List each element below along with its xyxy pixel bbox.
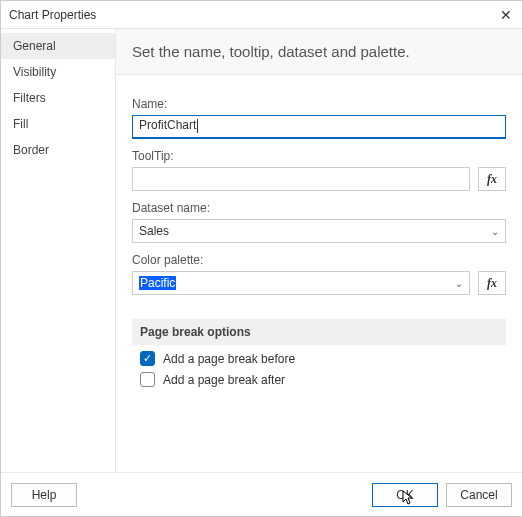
name-input[interactable]: ProfitChart <box>132 115 506 139</box>
dataset-select[interactable]: Sales ⌄ <box>132 219 506 243</box>
checkbox-before[interactable]: ✓ <box>140 351 155 366</box>
palette-expression-button[interactable]: fx <box>478 271 506 295</box>
dialog-title: Chart Properties <box>9 8 498 22</box>
palette-select-value: Pacific <box>139 276 176 290</box>
page-break-section-header: Page break options <box>132 319 506 345</box>
titlebar: Chart Properties ✕ <box>1 1 522 29</box>
tooltip-input[interactable] <box>132 167 470 191</box>
sidebar-item-filters[interactable]: Filters <box>1 85 115 111</box>
chevron-down-icon: ⌄ <box>455 278 463 289</box>
tooltip-label: ToolTip: <box>132 149 506 163</box>
sidebar-item-visibility[interactable]: Visibility <box>1 59 115 85</box>
palette-select[interactable]: Pacific ⌄ <box>132 271 470 295</box>
main-panel: Set the name, tooltip, dataset and palet… <box>116 29 522 472</box>
text-caret <box>197 119 198 133</box>
sidebar-item-fill[interactable]: Fill <box>1 111 115 137</box>
chevron-down-icon: ⌄ <box>491 226 499 237</box>
name-input-value: ProfitChart <box>139 118 196 132</box>
name-label: Name: <box>132 97 506 111</box>
dialog-body: General Visibility Filters Fill Border S… <box>1 29 522 472</box>
ok-button-label: OK <box>396 488 413 502</box>
checkbox-after-label: Add a page break after <box>163 373 285 387</box>
tooltip-expression-button[interactable]: fx <box>478 167 506 191</box>
help-button[interactable]: Help <box>11 483 77 507</box>
dataset-select-value: Sales <box>139 224 169 238</box>
check-page-break-before[interactable]: ✓ Add a page break before <box>132 345 506 366</box>
dataset-label: Dataset name: <box>132 201 506 215</box>
chart-properties-dialog: Chart Properties ✕ General Visibility Fi… <box>0 0 523 517</box>
dialog-footer: Help OK Cancel <box>1 472 522 516</box>
sidebar-item-border[interactable]: Border <box>1 137 115 163</box>
checkbox-after[interactable] <box>140 372 155 387</box>
form-area: Name: ProfitChart ToolTip: fx Dataset na… <box>116 75 522 399</box>
checkbox-before-label: Add a page break before <box>163 352 295 366</box>
check-page-break-after[interactable]: Add a page break after <box>132 366 506 387</box>
sidebar: General Visibility Filters Fill Border <box>1 29 116 472</box>
sidebar-item-general[interactable]: General <box>1 33 115 59</box>
palette-label: Color palette: <box>132 253 506 267</box>
cancel-button[interactable]: Cancel <box>446 483 512 507</box>
close-icon[interactable]: ✕ <box>498 7 514 23</box>
ok-button[interactable]: OK <box>372 483 438 507</box>
page-heading: Set the name, tooltip, dataset and palet… <box>116 29 522 75</box>
